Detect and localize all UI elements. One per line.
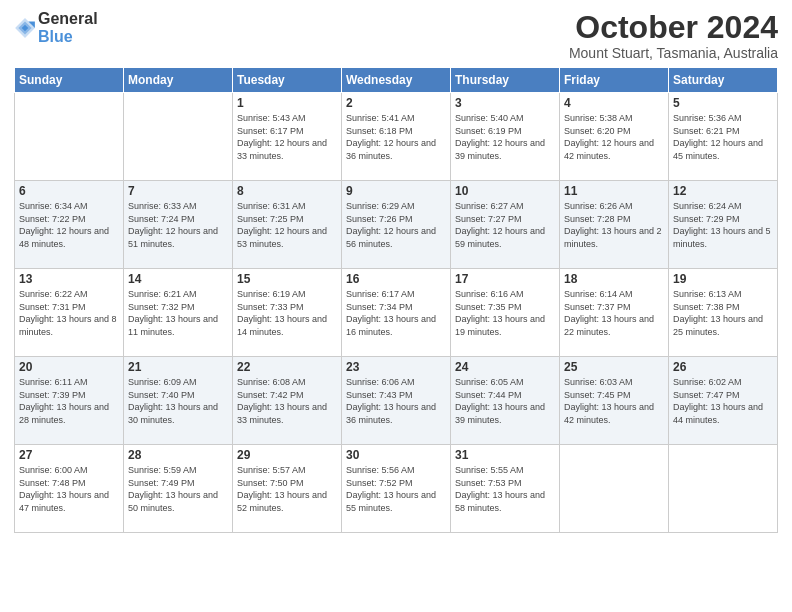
day-number: 22 [237,360,337,374]
week-row-2: 6Sunrise: 6:34 AM Sunset: 7:22 PM Daylig… [15,181,778,269]
day-number: 13 [19,272,119,286]
day-info: Sunrise: 6:22 AM Sunset: 7:31 PM Dayligh… [19,288,119,338]
day-info: Sunrise: 5:41 AM Sunset: 6:18 PM Dayligh… [346,112,446,162]
calendar-cell: 10Sunrise: 6:27 AM Sunset: 7:27 PM Dayli… [451,181,560,269]
calendar-cell: 24Sunrise: 6:05 AM Sunset: 7:44 PM Dayli… [451,357,560,445]
day-info: Sunrise: 6:31 AM Sunset: 7:25 PM Dayligh… [237,200,337,250]
day-info: Sunrise: 6:17 AM Sunset: 7:34 PM Dayligh… [346,288,446,338]
day-number: 29 [237,448,337,462]
day-info: Sunrise: 6:33 AM Sunset: 7:24 PM Dayligh… [128,200,228,250]
day-number: 9 [346,184,446,198]
day-number: 10 [455,184,555,198]
day-number: 15 [237,272,337,286]
day-info: Sunrise: 6:13 AM Sunset: 7:38 PM Dayligh… [673,288,773,338]
day-number: 25 [564,360,664,374]
calendar-cell: 6Sunrise: 6:34 AM Sunset: 7:22 PM Daylig… [15,181,124,269]
day-info: Sunrise: 5:56 AM Sunset: 7:52 PM Dayligh… [346,464,446,514]
day-info: Sunrise: 6:02 AM Sunset: 7:47 PM Dayligh… [673,376,773,426]
calendar-cell [669,445,778,533]
day-number: 24 [455,360,555,374]
calendar-cell: 26Sunrise: 6:02 AM Sunset: 7:47 PM Dayli… [669,357,778,445]
day-number: 30 [346,448,446,462]
week-row-4: 20Sunrise: 6:11 AM Sunset: 7:39 PM Dayli… [15,357,778,445]
day-info: Sunrise: 6:19 AM Sunset: 7:33 PM Dayligh… [237,288,337,338]
calendar-cell [15,93,124,181]
calendar-cell: 30Sunrise: 5:56 AM Sunset: 7:52 PM Dayli… [342,445,451,533]
day-info: Sunrise: 5:57 AM Sunset: 7:50 PM Dayligh… [237,464,337,514]
calendar-cell [124,93,233,181]
location-subtitle: Mount Stuart, Tasmania, Australia [569,45,778,61]
calendar-cell: 7Sunrise: 6:33 AM Sunset: 7:24 PM Daylig… [124,181,233,269]
day-number: 4 [564,96,664,110]
day-info: Sunrise: 6:09 AM Sunset: 7:40 PM Dayligh… [128,376,228,426]
day-number: 2 [346,96,446,110]
header: General Blue October 2024 Mount Stuart, … [14,10,778,61]
calendar-cell: 14Sunrise: 6:21 AM Sunset: 7:32 PM Dayli… [124,269,233,357]
calendar-cell: 18Sunrise: 6:14 AM Sunset: 7:37 PM Dayli… [560,269,669,357]
day-info: Sunrise: 6:16 AM Sunset: 7:35 PM Dayligh… [455,288,555,338]
calendar-cell: 25Sunrise: 6:03 AM Sunset: 7:45 PM Dayli… [560,357,669,445]
logo-icon [14,17,36,39]
day-number: 11 [564,184,664,198]
day-info: Sunrise: 6:27 AM Sunset: 7:27 PM Dayligh… [455,200,555,250]
day-number: 8 [237,184,337,198]
calendar-cell: 9Sunrise: 6:29 AM Sunset: 7:26 PM Daylig… [342,181,451,269]
calendar-cell: 27Sunrise: 6:00 AM Sunset: 7:48 PM Dayli… [15,445,124,533]
header-saturday: Saturday [669,68,778,93]
logo-blue-text: Blue [38,28,98,46]
day-info: Sunrise: 5:55 AM Sunset: 7:53 PM Dayligh… [455,464,555,514]
calendar-cell: 15Sunrise: 6:19 AM Sunset: 7:33 PM Dayli… [233,269,342,357]
day-number: 23 [346,360,446,374]
day-info: Sunrise: 6:34 AM Sunset: 7:22 PM Dayligh… [19,200,119,250]
day-info: Sunrise: 5:59 AM Sunset: 7:49 PM Dayligh… [128,464,228,514]
day-number: 7 [128,184,228,198]
day-info: Sunrise: 6:21 AM Sunset: 7:32 PM Dayligh… [128,288,228,338]
header-sunday: Sunday [15,68,124,93]
day-number: 16 [346,272,446,286]
week-row-3: 13Sunrise: 6:22 AM Sunset: 7:31 PM Dayli… [15,269,778,357]
title-section: October 2024 Mount Stuart, Tasmania, Aus… [569,10,778,61]
calendar-body: 1Sunrise: 5:43 AM Sunset: 6:17 PM Daylig… [15,93,778,533]
calendar-cell: 16Sunrise: 6:17 AM Sunset: 7:34 PM Dayli… [342,269,451,357]
calendar-cell: 20Sunrise: 6:11 AM Sunset: 7:39 PM Dayli… [15,357,124,445]
calendar-cell: 21Sunrise: 6:09 AM Sunset: 7:40 PM Dayli… [124,357,233,445]
day-info: Sunrise: 6:26 AM Sunset: 7:28 PM Dayligh… [564,200,664,250]
header-wednesday: Wednesday [342,68,451,93]
day-info: Sunrise: 5:40 AM Sunset: 6:19 PM Dayligh… [455,112,555,162]
week-row-5: 27Sunrise: 6:00 AM Sunset: 7:48 PM Dayli… [15,445,778,533]
calendar-header: Sunday Monday Tuesday Wednesday Thursday… [15,68,778,93]
day-header-row: Sunday Monday Tuesday Wednesday Thursday… [15,68,778,93]
day-number: 1 [237,96,337,110]
day-number: 17 [455,272,555,286]
day-number: 12 [673,184,773,198]
calendar-cell: 8Sunrise: 6:31 AM Sunset: 7:25 PM Daylig… [233,181,342,269]
day-info: Sunrise: 6:24 AM Sunset: 7:29 PM Dayligh… [673,200,773,250]
calendar-cell: 31Sunrise: 5:55 AM Sunset: 7:53 PM Dayli… [451,445,560,533]
calendar-cell: 2Sunrise: 5:41 AM Sunset: 6:18 PM Daylig… [342,93,451,181]
calendar-cell: 23Sunrise: 6:06 AM Sunset: 7:43 PM Dayli… [342,357,451,445]
day-number: 19 [673,272,773,286]
day-number: 27 [19,448,119,462]
header-thursday: Thursday [451,68,560,93]
page: General Blue October 2024 Mount Stuart, … [0,0,792,612]
day-number: 26 [673,360,773,374]
calendar-cell: 28Sunrise: 5:59 AM Sunset: 7:49 PM Dayli… [124,445,233,533]
logo-text: General Blue [38,10,98,45]
day-info: Sunrise: 6:11 AM Sunset: 7:39 PM Dayligh… [19,376,119,426]
header-tuesday: Tuesday [233,68,342,93]
day-number: 31 [455,448,555,462]
header-monday: Monday [124,68,233,93]
day-info: Sunrise: 6:08 AM Sunset: 7:42 PM Dayligh… [237,376,337,426]
day-number: 28 [128,448,228,462]
day-number: 14 [128,272,228,286]
day-info: Sunrise: 6:00 AM Sunset: 7:48 PM Dayligh… [19,464,119,514]
calendar: Sunday Monday Tuesday Wednesday Thursday… [14,67,778,533]
day-info: Sunrise: 5:36 AM Sunset: 6:21 PM Dayligh… [673,112,773,162]
day-number: 21 [128,360,228,374]
calendar-cell: 11Sunrise: 6:26 AM Sunset: 7:28 PM Dayli… [560,181,669,269]
logo: General Blue [14,10,98,45]
day-info: Sunrise: 6:05 AM Sunset: 7:44 PM Dayligh… [455,376,555,426]
calendar-cell: 29Sunrise: 5:57 AM Sunset: 7:50 PM Dayli… [233,445,342,533]
calendar-cell: 12Sunrise: 6:24 AM Sunset: 7:29 PM Dayli… [669,181,778,269]
day-number: 18 [564,272,664,286]
